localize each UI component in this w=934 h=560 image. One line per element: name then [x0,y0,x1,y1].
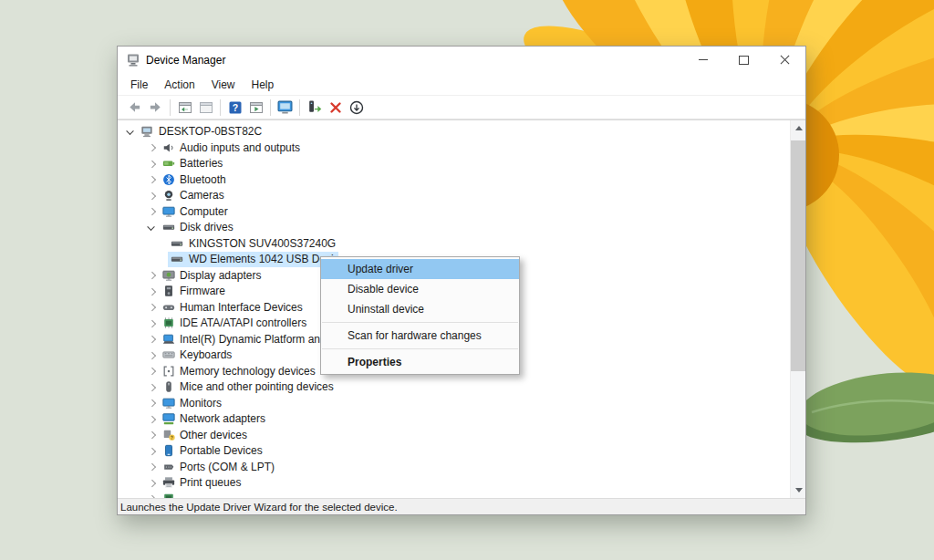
chevron-right-icon[interactable] [147,350,157,360]
tree-item-portable-devices[interactable]: Portable Devices [118,443,805,460]
update-driver-button[interactable] [304,98,325,118]
context-menu-scan-for-hardware-changes[interactable]: Scan for hardware changes [321,326,519,346]
tree-item-network-adapters[interactable]: Network adapters [118,411,805,428]
chevron-right-icon[interactable] [147,318,157,328]
camera-icon [162,189,175,202]
disable-device-button[interactable] [346,98,367,118]
tree-item-label: Bluetooth [180,173,226,186]
tree-item-label: Human Interface Devices [180,301,303,314]
context-menu-properties[interactable]: Properties [321,352,519,372]
show-action-pane-button[interactable] [245,98,266,118]
chevron-right-icon[interactable] [147,271,157,281]
menu-file[interactable]: File [122,76,156,94]
toolbar-separator [299,99,300,116]
scroll-up-arrow-icon[interactable] [791,120,805,136]
tree-item-label: Mice and other pointing devices [180,380,334,393]
close-button[interactable] [764,47,805,73]
chevron-right-icon[interactable] [147,430,157,441]
chevron-right-icon[interactable] [147,207,157,217]
disable-circle-down-icon [349,100,364,115]
disk-icon [171,237,183,250]
context-menu-disable-device[interactable]: Disable device [321,279,519,299]
status-bar: Launches the Update Driver Wizard for th… [118,498,805,514]
battery-icon [162,157,175,170]
tree-item-computer[interactable]: Computer [118,203,805,220]
help-button[interactable]: ? [224,98,245,118]
controller-chip-icon [162,316,175,329]
chevron-right-icon[interactable] [147,143,157,153]
tree-item-label: Print queues [180,476,241,489]
chevron-down-icon[interactable] [126,127,136,137]
context-menu-uninstall-device[interactable]: Uninstall device [321,299,519,319]
forward-button[interactable] [145,98,166,118]
properties-button[interactable] [195,98,216,118]
console-tree-window-icon [178,100,192,115]
back-button[interactable] [124,98,145,118]
disk-icon [162,221,175,233]
back-arrow-icon [128,100,141,114]
minimize-button[interactable] [682,47,723,73]
scroll-down-arrow-icon[interactable] [791,482,805,498]
tree-item-mice-and-other-pointing-devices[interactable]: Mice and other pointing devices [118,379,805,396]
tree-item-partial[interactable] [118,491,805,498]
chevron-right-icon[interactable] [147,382,157,392]
chevron-right-icon[interactable] [147,335,157,345]
help-icon: ? [228,100,243,115]
vertical-scrollbar[interactable] [790,120,805,498]
tree-item-disk-drives[interactable]: Disk drives [118,220,805,236]
scan-for-hardware-changes-button[interactable] [275,98,296,118]
scrollbar-thumb[interactable] [791,140,805,371]
tree-item-kingston-suv400s37240g[interactable]: KINGSTON SUV400S37240G [118,235,805,252]
chevron-right-icon[interactable] [147,462,157,472]
tree-item-label: Audio inputs and outputs [180,141,300,154]
display-adapter-icon [162,269,175,282]
tree-item-label: Batteries [180,157,223,170]
scan-hardware-monitor-icon [277,99,293,115]
window-title: Device Manager [146,54,225,67]
tree-item-batteries[interactable]: Batteries [118,156,805,172]
monitor-icon [162,205,175,218]
keyboard-icon [162,348,175,361]
tree-item-other-devices[interactable]: Other devices [118,427,805,443]
tree-item-desktop-0bst82c[interactable]: DESKTOP-0BST82C [118,124,805,140]
tree-item-label: Other devices [180,429,247,441]
chevron-down-icon[interactable] [147,223,157,233]
chevron-right-icon[interactable] [147,446,157,456]
chevron-right-icon[interactable] [147,286,157,296]
network-adapter-icon [162,412,175,425]
serial-port-icon [162,461,175,473]
chevron-right-icon[interactable] [147,175,157,185]
chevron-right-icon[interactable] [147,399,157,409]
chevron-right-icon[interactable] [147,367,157,377]
chevron-right-icon[interactable] [147,159,157,169]
tree-item-print-queues[interactable]: Print queues [118,475,805,492]
tree-item-label: Disk drives [180,221,234,233]
chevron-right-icon[interactable] [147,303,157,313]
show-console-tree-button[interactable] [174,98,195,118]
tree-item-label: Cameras [180,189,224,202]
laptop-icon [162,333,175,346]
tree-item-label: Memory technology devices [180,365,316,378]
chevron-right-icon[interactable] [147,414,157,424]
tree-item-bluetooth[interactable]: Bluetooth [118,171,805,188]
menu-action[interactable]: Action [156,76,202,94]
close-icon [780,55,791,66]
svg-text:?: ? [232,102,237,113]
chevron-right-icon[interactable] [147,191,157,201]
menu-view[interactable]: View [203,76,244,94]
update-driver-icon [306,99,322,115]
titlebar[interactable]: Device Manager [118,47,805,74]
tree-item-label: Display adapters [180,269,261,282]
tree-item-ports-com-lpt[interactable]: Ports (COM & LPT) [118,459,805,475]
portable-device-icon [162,444,175,457]
tree-item-audio-inputs-and-outputs[interactable]: Audio inputs and outputs [118,140,805,156]
menu-help[interactable]: Help [244,76,283,94]
tree-item-label: IDE ATA/ATAPI controllers [180,316,306,329]
maximize-button[interactable] [723,47,764,73]
tree-item-cameras[interactable]: Cameras [118,188,805,204]
memory-icon [162,365,175,378]
chevron-right-icon[interactable] [147,478,157,488]
uninstall-device-button[interactable] [325,98,346,118]
tree-item-monitors[interactable]: Monitors [118,395,805,411]
context-menu-update-driver[interactable]: Update driver [321,259,519,279]
